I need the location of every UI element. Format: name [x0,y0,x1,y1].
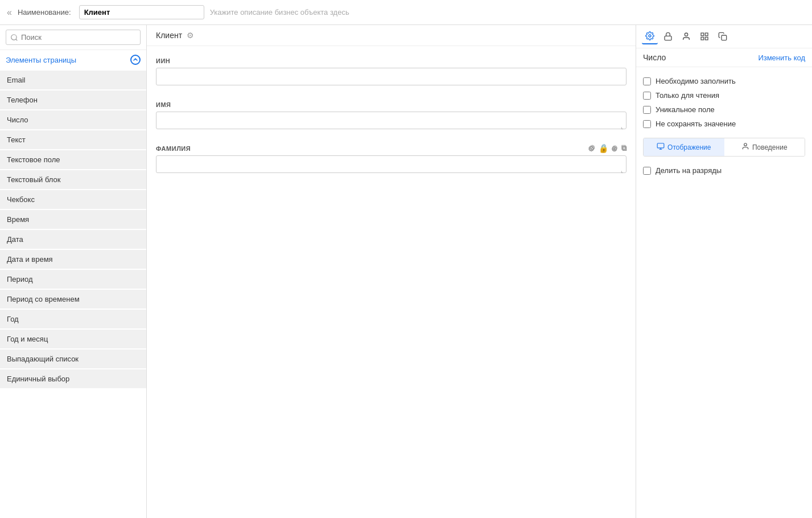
svg-rect-6 [705,37,708,40]
panel-title: Число [643,53,666,62]
checkbox-unique-input[interactable] [643,106,651,114]
svg-point-0 [649,35,651,37]
main-layout: Элементы страницы Email Телефон Число Те… [0,25,812,518]
back-button[interactable]: « [7,7,12,18]
sidebar-item-checkbox[interactable]: Чекбокс [0,190,146,209]
content-settings-icon[interactable]: ⚙ [187,31,194,40]
sidebar-section-label: Элементы страницы [6,56,76,64]
checkbox-nosave-label: Не сохранять значение [656,120,736,128]
sidebar-item-time[interactable]: Время [0,210,146,229]
resize-handle-imya[interactable]: ⌞ [621,124,626,129]
tab-behavior[interactable]: Поведение [724,138,805,156]
name-label: Наименование: [18,8,71,17]
familiya-gear-icon[interactable]: ⚙ [589,143,596,152]
content-area: Клиент ⚙ ИИН ИМЯ ⌞ ФАМИЛИЯ ⚙ [147,25,636,518]
sidebar-item-period-time[interactable]: Период со временем [0,290,146,309]
panel-tab-lock[interactable] [660,28,676,44]
sidebar: Элементы страницы Email Телефон Число Те… [0,25,147,518]
svg-point-11 [744,143,747,146]
sidebar-item-email[interactable]: Email [0,71,146,89]
checkbox-readonly-label: Только для чтения [656,91,719,100]
tab-display[interactable]: Отображение [644,138,724,156]
field-label-iin: ИИН [156,57,626,64]
panel-tab-settings[interactable] [642,28,658,44]
right-panel: Число Изменить код Необходимо заполнить … [636,25,812,518]
checkbox-required-input[interactable] [643,77,651,85]
sidebar-item-dropdown[interactable]: Выпадающий список [0,350,146,368]
checkbox-nosave-input[interactable] [643,120,651,128]
checkbox-required-label: Необходимо заполнить [656,77,736,85]
display-icon [657,142,665,152]
panel-tab-grid[interactable] [696,28,712,44]
checkbox-required: Необходимо заполнить [643,74,805,88]
sidebar-item-textblock[interactable]: Текстовый блок [0,170,146,189]
field-input-imya[interactable] [156,112,626,129]
panel-tab-copy[interactable] [715,28,731,44]
familiya-resize-icon[interactable]: ⊝ [612,143,618,152]
panel-tab-user[interactable] [678,28,694,44]
checkbox-readonly: Только для чтения [643,88,805,102]
svg-rect-7 [722,35,727,40]
content-title: Клиент [156,31,182,40]
checkbox-unique-label: Уникальное поле [656,105,715,114]
form-area: ИИН ИМЯ ⌞ ФАМИЛИЯ ⚙ 🔒 ⊛ ⧉ [147,46,636,518]
panel-header: Число Изменить код [636,48,812,67]
tab-behavior-label: Поведение [752,143,788,151]
checkbox-split-digits-input[interactable] [643,167,651,175]
field-input-iin[interactable] [156,68,626,85]
sidebar-item-text[interactable]: Текст [0,130,146,149]
checkbox-nosave: Не сохранять значение [643,117,805,131]
sidebar-item-datetime[interactable]: Дата и время [0,250,146,269]
field-label-imya: ИМЯ [156,101,626,108]
svg-rect-8 [657,143,664,148]
sidebar-item-yearmonth[interactable]: Год и месяц [0,330,146,348]
svg-point-2 [685,33,687,36]
top-bar: « Наименование: Укажите описание бизнес … [0,0,812,25]
svg-rect-1 [665,36,671,40]
sidebar-search-container [0,25,146,50]
field-group-familiya: ФАМИЛИЯ ⚙ 🔒 ⊛ ⧉ ⚙ 🔒 ⊝ ⧉ [156,145,626,173]
sidebar-item-year[interactable]: Год [0,310,146,328]
sidebar-item-phone[interactable]: Телефон [0,91,146,109]
name-input[interactable] [79,5,204,19]
svg-rect-4 [705,33,708,36]
sidebar-section-header: Элементы страницы [0,50,146,69]
field-input-familiya[interactable] [156,155,626,173]
sidebar-item-textfield[interactable]: Текстовое поле [0,150,146,169]
checkbox-split-digits-label: Делить на разряды [656,166,722,175]
panel-tabs-row [636,25,812,48]
familiya-copy-icon[interactable]: ⧉ [621,143,626,152]
sidebar-item-number[interactable]: Число [0,110,146,129]
sidebar-item-single-choice[interactable]: Единичный выбор [0,369,146,388]
panel-body: Необходимо заполнить Только для чтения У… [636,67,812,184]
svg-rect-3 [701,33,704,36]
resize-handle-familiya[interactable]: ⌞ [621,167,626,173]
familiya-lock-icon[interactable]: 🔒 [599,143,608,152]
field-group-imya: ИМЯ ⌞ [156,101,626,129]
content-header: Клиент ⚙ [147,25,636,46]
sidebar-items-list: Email Телефон Число Текст Текстовое поле… [0,69,146,518]
checkbox-readonly-input[interactable] [643,92,651,100]
field-group-iin: ИИН [156,57,626,85]
display-behavior-tabs: Отображение Поведение [643,138,805,157]
search-input[interactable] [6,30,141,45]
edit-code-link[interactable]: Изменить код [758,54,805,62]
field-label-familiya: ФАМИЛИЯ ⚙ 🔒 ⊛ ⧉ [156,145,626,152]
svg-rect-5 [701,37,704,40]
behavior-icon [741,142,749,152]
sidebar-item-period[interactable]: Период [0,270,146,289]
sidebar-collapse-button[interactable] [130,55,141,65]
checkbox-split-digits: Делить на разряды [643,163,805,178]
description-placeholder[interactable]: Укажите описание бизнес объекта здесь [210,8,805,17]
tab-display-label: Отображение [667,143,711,151]
sidebar-item-date[interactable]: Дата [0,230,146,249]
checkbox-unique: Уникальное поле [643,102,805,117]
